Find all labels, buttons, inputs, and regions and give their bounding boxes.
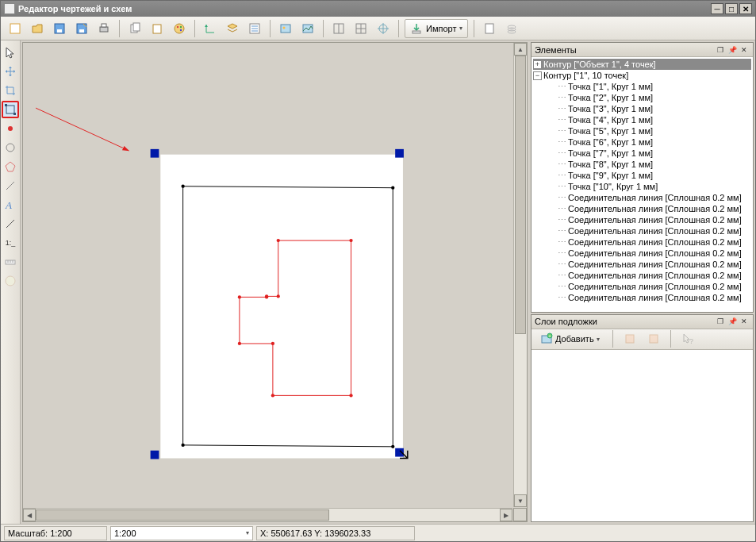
scale-label-tool[interactable]: 1:_ [2, 234, 19, 252]
tree-row[interactable]: ⋯Точка ["10", Круг 1 мм] [533, 181, 751, 192]
panel-float-button[interactable]: ❐ [715, 44, 726, 56]
drawing-svg [26, 46, 512, 507]
expand-icon[interactable]: + [533, 60, 542, 69]
grid1-icon[interactable] [329, 19, 348, 38]
vertical-scrollbar[interactable]: ▲ ▼ [513, 43, 527, 507]
tree-row[interactable]: ⋯Точка ["1", Круг 1 мм] [533, 81, 751, 92]
tree-row[interactable]: ⋯Соединительная линия [Сплошная 0.2 мм] [533, 281, 751, 292]
panel-pin-button[interactable]: 📌 [727, 44, 738, 56]
pointer-tool[interactable] [2, 44, 19, 61]
scale-combo[interactable]: 1:200 ▾ [110, 526, 253, 540]
handle-bl[interactable] [151, 451, 159, 459]
handle-tr[interactable] [395, 149, 404, 158]
main-toolbar: Импорт ▾ [1, 17, 755, 40]
svg-point-52 [349, 239, 352, 242]
paste-icon[interactable] [148, 19, 167, 38]
add-layer-button[interactable]: + Добавить ▾ [535, 331, 605, 347]
tree-label: Точка ["2", Круг 1 мм] [568, 92, 653, 103]
image2-icon[interactable] [298, 19, 317, 38]
list-icon[interactable] [245, 19, 264, 38]
grid2-icon[interactable] [351, 19, 370, 38]
copy-icon[interactable] [125, 19, 144, 38]
layers-icon[interactable] [223, 19, 242, 38]
tree-row[interactable]: ⋯Точка ["6", Круг 1 мм] [533, 136, 751, 148]
tree-row[interactable]: ⋯Точка ["9", Круг 1 мм] [533, 170, 751, 181]
stack-icon[interactable] [502, 19, 521, 38]
tree-row[interactable]: ⋯Точка ["4", Круг 1 мм] [533, 114, 751, 125]
tree-row[interactable]: ⋯Соединительная линия [Сплошная 0.2 мм] [533, 192, 751, 203]
canvas[interactable] [26, 46, 512, 507]
tree-row[interactable]: ⋯Точка ["8", Круг 1 мм] [533, 159, 751, 170]
tree-row[interactable]: ⋯Точка ["7", Круг 1 мм] [533, 148, 751, 159]
elements-tree[interactable]: +Контур ["Объект 1", 4 точек]−Контур ["1… [532, 57, 753, 312]
doc-icon[interactable] [480, 19, 499, 38]
move-tool[interactable] [2, 63, 19, 80]
svg-point-56 [238, 342, 241, 345]
print-icon[interactable] [94, 19, 113, 38]
circle-tool[interactable] [2, 139, 19, 156]
polygon-tool[interactable] [2, 158, 19, 175]
tree-row[interactable]: ⋯Соединительная линия [Сплошная 0.2 мм] [533, 259, 751, 270]
tree-row[interactable]: ⋯Соединительная линия [Сплошная 0.2 мм] [533, 225, 751, 236]
maximize-button[interactable]: □ [725, 3, 738, 14]
ruler-tool[interactable] [2, 253, 19, 271]
handle-tl[interactable] [151, 149, 159, 158]
snap-icon[interactable] [374, 19, 393, 38]
layers-toolbar: + Добавить ▾ ? [532, 329, 753, 350]
svg-point-46 [6, 276, 15, 286]
tree-row[interactable]: ⋯Соединительная линия [Сплошная 0.2 мм] [533, 270, 751, 281]
horizontal-scrollbar[interactable]: ◀ ▶ [23, 508, 512, 521]
tree-row[interactable]: ⋯Точка ["5", Круг 1 мм] [533, 125, 751, 136]
save-icon[interactable] [50, 19, 69, 38]
chevron-down-icon: ▾ [246, 529, 249, 536]
svg-rect-5 [100, 27, 108, 32]
line-tool[interactable] [2, 177, 19, 194]
tree-row[interactable]: ⋯Точка ["3", Круг 1 мм] [533, 103, 751, 114]
tree-row[interactable]: ⋯Соединительная линия [Сплошная 0.2 мм] [533, 292, 751, 303]
svg-point-59 [265, 294, 268, 298]
close-button[interactable]: ✕ [739, 3, 752, 14]
svg-rect-64 [626, 335, 634, 343]
add-label: Добавить [555, 334, 594, 344]
minimize-button[interactable]: ─ [711, 3, 723, 14]
import-button[interactable]: Импорт ▾ [405, 19, 468, 38]
tree-label: Точка ["7", Круг 1 мм] [568, 148, 653, 159]
layers-list[interactable] [532, 350, 753, 521]
new-icon[interactable] [6, 19, 25, 38]
panel-close-button[interactable]: ✕ [739, 44, 750, 56]
point-tool[interactable] [2, 120, 19, 137]
panel-close-button[interactable]: ✕ [739, 316, 750, 327]
transform-tool[interactable] [2, 101, 19, 118]
svg-rect-65 [650, 335, 658, 343]
tree-row[interactable]: −Контур ["1", 10 точек] [533, 70, 751, 81]
tree-row[interactable]: +Контур ["Объект 1", 4 точек] [533, 59, 751, 70]
image-icon[interactable] [276, 19, 295, 38]
crop-tool[interactable] [2, 82, 19, 99]
tree-label: Точка ["5", Круг 1 мм] [568, 125, 653, 136]
tree-row[interactable]: ⋯Соединительная линия [Сплошная 0.2 мм] [533, 236, 751, 248]
chevron-down-icon: ▾ [597, 336, 600, 343]
tree-row[interactable]: ⋯Соединительная линия [Сплошная 0.2 мм] [533, 203, 751, 214]
saveas-icon[interactable] [72, 19, 91, 38]
tree-row[interactable]: ⋯Соединительная линия [Сплошная 0.2 мм] [533, 214, 751, 225]
axes-icon[interactable] [201, 19, 220, 38]
panel-float-button[interactable]: ❐ [715, 316, 726, 327]
circle-dashed-tool[interactable] [2, 272, 19, 290]
tree-row[interactable]: ⋯Соединительная линия [Сплошная 0.2 мм] [533, 248, 751, 259]
text-tool[interactable]: A [2, 196, 19, 213]
svg-text:?: ? [689, 337, 693, 345]
svg-line-39 [6, 182, 14, 190]
tree-label: Соединительная линия [Сплошная 0.2 мм] [568, 225, 742, 236]
titlebar: Редактор чертежей и схем ─ □ ✕ [1, 1, 755, 17]
pen-tool[interactable] [2, 215, 19, 233]
tree-row[interactable]: ⋯Точка ["2", Круг 1 мм] [533, 92, 751, 103]
tree-label: Соединительная линия [Сплошная 0.2 мм] [568, 192, 742, 203]
collapse-icon[interactable]: − [533, 71, 542, 80]
svg-point-53 [349, 394, 352, 397]
panel-pin-button[interactable]: 📌 [727, 316, 738, 327]
svg-rect-18 [281, 25, 290, 33]
tree-label: Точка ["9", Круг 1 мм] [568, 170, 653, 181]
open-icon[interactable] [28, 19, 47, 38]
coords-label: X: 550617.63 Y: 1396023.33 [256, 526, 415, 540]
palette-icon[interactable] [170, 19, 189, 38]
